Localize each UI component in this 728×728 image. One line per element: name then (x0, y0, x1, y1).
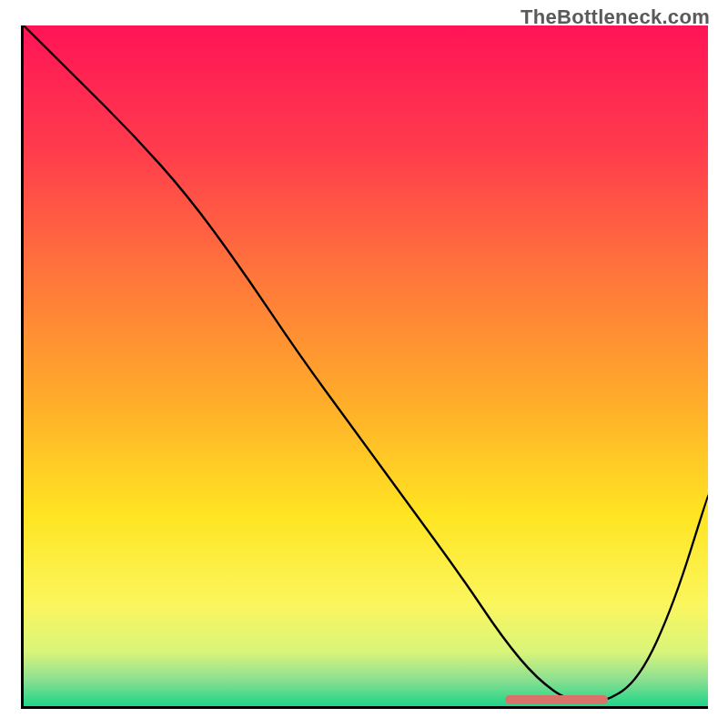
watermark-text: TheBottleneck.com (521, 5, 710, 29)
optimal-range-marker (505, 695, 608, 704)
chart-curve (24, 25, 708, 706)
chart-plot-area (21, 25, 708, 709)
